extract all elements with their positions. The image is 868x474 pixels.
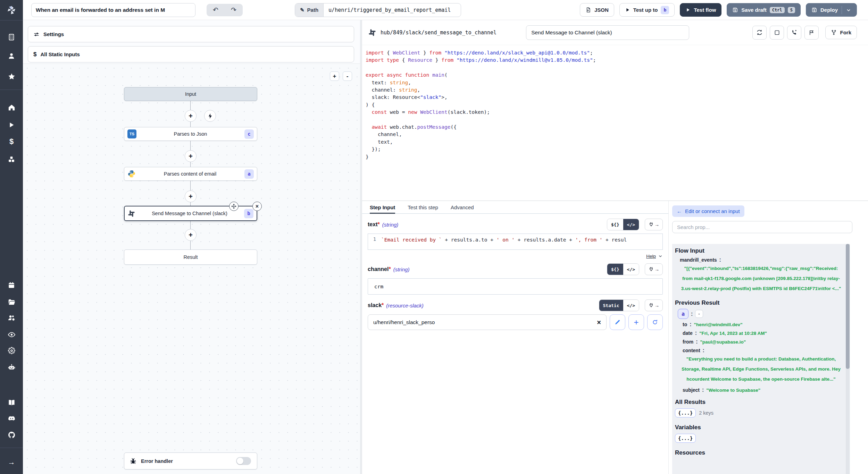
error-handler-node[interactable]: Error handler xyxy=(124,452,257,469)
hub-script-path[interactable]: hub/849/slack/send_message_to_channel xyxy=(381,29,496,36)
flow-node-send-message-selected[interactable]: Send Message to Channel (slack) b × xyxy=(124,206,257,221)
schedules-calendar-icon[interactable] xyxy=(5,278,18,292)
redo-button[interactable]: ↷ xyxy=(225,4,243,16)
flow-node-parses-content[interactable]: Parses content of email a xyxy=(124,167,257,181)
result-content-value[interactable]: "Everything you need to build a product:… xyxy=(675,354,847,384)
move-step-button[interactable] xyxy=(229,202,239,211)
save-icon xyxy=(732,7,738,13)
result-row-subject[interactable]: subject : "Welcome to Supabase" xyxy=(675,387,847,393)
all-results-expand-badge[interactable]: {...} xyxy=(675,408,696,417)
audit-eye-icon[interactable] xyxy=(5,328,18,341)
help-link[interactable]: Help xyxy=(646,254,656,259)
add-step-button[interactable]: + xyxy=(185,229,197,241)
path-value[interactable]: u/henri/triggered_by_email_report_email xyxy=(324,3,461,17)
variables-dollar-icon[interactable]: $ xyxy=(5,135,18,149)
zoom-in-button[interactable]: + xyxy=(330,71,339,81)
channel-mode-template[interactable]: ${} xyxy=(607,264,623,275)
delete-step-button[interactable]: × xyxy=(252,202,262,211)
collapse-dash-badge[interactable]: - xyxy=(695,310,703,318)
trigger-bolt-button[interactable] xyxy=(204,110,216,122)
sidebar: $ → xyxy=(0,0,23,474)
json-button[interactable]: JSON xyxy=(580,3,614,17)
clear-resource-icon[interactable]: × xyxy=(597,319,601,326)
channel-mode-javascript[interactable]: </> xyxy=(623,264,639,275)
edit-resource-button[interactable] xyxy=(610,314,625,330)
test-up-to-button[interactable]: Test up to b xyxy=(619,3,675,17)
home-icon[interactable] xyxy=(5,100,18,114)
test-flow-button[interactable]: Test flow xyxy=(680,3,721,17)
call-phone-button[interactable] xyxy=(787,26,801,40)
settings-gear-icon[interactable] xyxy=(5,344,18,357)
text-mode-template[interactable]: ${} xyxy=(607,219,623,230)
flow-graph[interactable]: + - Input + TS Parses to Json c + Parses… xyxy=(23,64,360,474)
all-static-inputs-button[interactable]: $ All Static Inputs xyxy=(28,46,354,62)
slack-connect-button[interactable]: → xyxy=(645,299,663,311)
slack-mode-javascript[interactable]: </> xyxy=(623,300,639,311)
step-bottom-area: Step Input Test this step Advanced text*… xyxy=(362,201,868,474)
workspace-building-icon[interactable] xyxy=(5,30,18,44)
add-resource-button[interactable]: + xyxy=(628,314,644,330)
slack-mode-static[interactable]: Static xyxy=(599,300,623,311)
resources-cubes-icon[interactable] xyxy=(5,152,18,166)
flow-panel: Settings $ All Static Inputs + - Input +… xyxy=(23,20,360,474)
add-step-button[interactable]: + xyxy=(185,191,197,202)
chevron-down-icon[interactable] xyxy=(846,7,851,13)
runs-play-icon[interactable] xyxy=(5,118,18,132)
expand-square-button[interactable] xyxy=(770,26,784,40)
result-row-from[interactable]: from : "paul@supabase.io" xyxy=(675,339,847,345)
result-a-badge[interactable]: a xyxy=(678,309,688,319)
flow-title-input[interactable] xyxy=(31,3,195,17)
windmill-logo-icon[interactable] xyxy=(5,3,18,17)
tab-step-input[interactable]: Step Input xyxy=(370,201,395,214)
add-step-button[interactable]: + xyxy=(185,150,197,162)
scrollbar-thumb[interactable] xyxy=(846,244,850,369)
sync-button[interactable] xyxy=(752,26,767,40)
discord-icon[interactable] xyxy=(5,412,18,425)
undo-button[interactable]: ↶ xyxy=(207,4,225,16)
flow-node-result[interactable]: Result xyxy=(124,249,257,265)
save-draft-button[interactable]: Save draft Ctrl S xyxy=(727,3,801,17)
user-icon[interactable] xyxy=(5,49,18,63)
text-connect-button[interactable]: → xyxy=(645,219,663,230)
result-row-date[interactable]: date : "Fri, Apr 14, 2023 at 10:28 AM" xyxy=(675,330,847,336)
groups-users-gear-icon[interactable] xyxy=(5,311,18,325)
channel-value-editor[interactable]: crm xyxy=(368,278,663,295)
refresh-resource-button[interactable] xyxy=(647,314,663,330)
editor-header-actions: Fork xyxy=(752,26,857,40)
code-editor[interactable]: import { WebClient } from "https://deno.… xyxy=(362,45,868,201)
flow-input-key-row[interactable]: mandrill_events : xyxy=(675,257,847,263)
settings-button[interactable]: Settings xyxy=(28,26,354,42)
text-mode-javascript[interactable]: </> xyxy=(623,219,639,230)
channel-connect-button[interactable]: → xyxy=(645,263,663,275)
flow-node-input[interactable]: Input xyxy=(124,87,257,101)
tab-advanced[interactable]: Advanced xyxy=(451,201,474,214)
slack-resource-input[interactable]: u/henri/henri_slack_perso × xyxy=(368,314,607,330)
zoom-out-button[interactable]: - xyxy=(343,71,352,81)
deploy-button[interactable]: Deploy xyxy=(806,3,857,17)
step-name-input[interactable] xyxy=(526,25,689,40)
text-expression-editor[interactable]: 1 `Email received by ` + results.a.to + … xyxy=(368,234,663,250)
arrow-right-icon: → xyxy=(654,266,659,272)
folders-icon[interactable] xyxy=(5,295,18,309)
flag-button[interactable] xyxy=(804,26,819,40)
fork-button[interactable]: Fork xyxy=(825,26,857,39)
add-step-button[interactable]: + xyxy=(185,110,197,122)
deploy-separator xyxy=(842,6,842,14)
github-icon[interactable] xyxy=(5,428,18,442)
collapse-arrow-icon[interactable]: → xyxy=(5,455,18,469)
favorites-star-icon[interactable] xyxy=(5,69,18,83)
search-prop-input[interactable] xyxy=(672,221,852,233)
flow-node-parses-to-json[interactable]: TS Parses to Json c xyxy=(124,127,257,141)
path-button[interactable]: ✎ Path xyxy=(295,3,324,17)
docs-book-icon[interactable] xyxy=(5,396,18,409)
chevron-down-icon[interactable] xyxy=(658,254,663,259)
variables-expand-badge[interactable]: {...} xyxy=(675,434,696,443)
panel-divider[interactable] xyxy=(360,20,362,474)
flow-input-value[interactable]: "[{"event":"inbound","ts":1683819426,"ms… xyxy=(675,263,847,294)
result-row-content-key[interactable]: content : xyxy=(675,347,847,354)
workers-robot-icon[interactable] xyxy=(5,360,18,374)
tab-test-this-step[interactable]: Test this step xyxy=(408,201,438,214)
error-handler-toggle[interactable] xyxy=(236,457,251,465)
edit-or-connect-button[interactable]: ← Edit or connect an input xyxy=(672,205,744,217)
result-row-to[interactable]: to : "henri@windmill.dev" xyxy=(675,321,847,328)
